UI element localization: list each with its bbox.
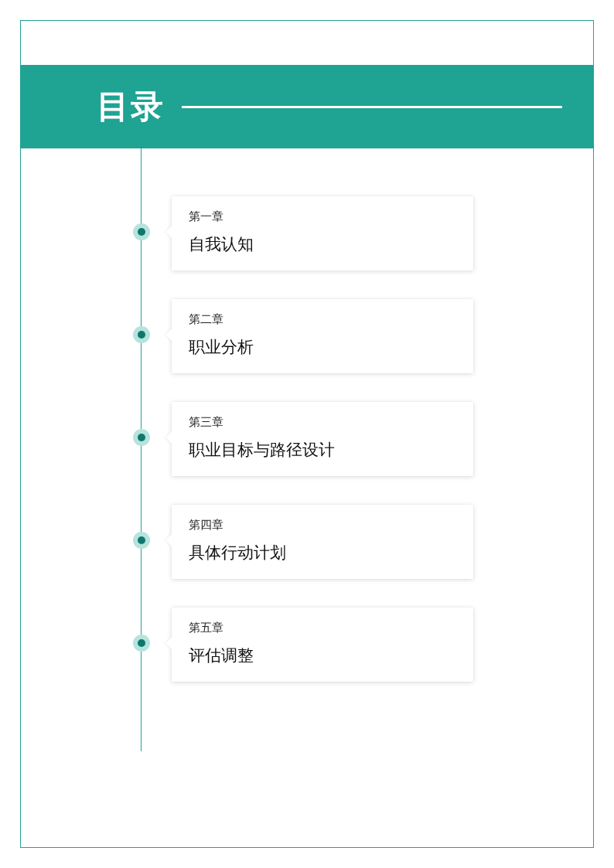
bullet-inner-icon [138, 639, 145, 647]
toc-item: 第一章 自我认知 [21, 196, 593, 271]
toc-card: 第三章 职业目标与路径设计 [172, 402, 473, 476]
chapter-label: 第三章 [189, 415, 456, 430]
chapter-label: 第二章 [189, 312, 456, 327]
bullet-inner-icon [138, 228, 145, 236]
bullet-icon [133, 429, 150, 446]
bullet-icon [133, 635, 150, 652]
chapter-title: 职业目标与路径设计 [189, 439, 456, 461]
bullet-inner-icon [138, 434, 145, 441]
bullet-inner-icon [138, 331, 145, 339]
toc-card: 第四章 具体行动计划 [172, 505, 473, 579]
bullet-inner-icon [138, 536, 145, 544]
header-divider-line [182, 106, 562, 108]
toc-card: 第一章 自我认知 [172, 196, 473, 271]
chapter-title: 自我认知 [189, 233, 456, 255]
chapter-label: 第四章 [189, 518, 456, 533]
toc-container: 第一章 自我认知 第二章 职业分析 第三章 职业目标与路径设计 第四章 具体行动… [21, 196, 593, 710]
toc-item: 第四章 具体行动计划 [21, 505, 593, 579]
bullet-icon [133, 326, 150, 343]
toc-item: 第二章 职业分析 [21, 299, 593, 373]
toc-card: 第五章 评估调整 [172, 608, 473, 682]
chapter-label: 第五章 [189, 621, 456, 635]
toc-item: 第五章 评估调整 [21, 608, 593, 682]
page-title: 目录 [97, 85, 165, 128]
chapter-title: 职业分析 [189, 336, 456, 358]
header-banner: 目录 [21, 65, 593, 148]
toc-card: 第二章 职业分析 [172, 299, 473, 373]
bullet-icon [133, 532, 150, 549]
toc-item: 第三章 职业目标与路径设计 [21, 402, 593, 476]
chapter-title: 评估调整 [189, 645, 456, 666]
chapter-label: 第一章 [189, 209, 456, 224]
bullet-icon [133, 223, 150, 240]
chapter-title: 具体行动计划 [189, 542, 456, 563]
